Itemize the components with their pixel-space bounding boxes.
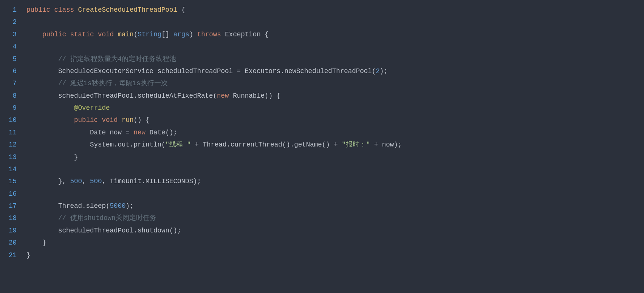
code-line: public class CreateScheduledThreadPool { xyxy=(26,4,644,16)
code-line: @Override xyxy=(26,102,644,114)
token-punct xyxy=(221,31,225,38)
code-line: // 使用shutdown关闭定时任务 xyxy=(26,212,644,224)
line-number: 7 xyxy=(0,77,18,89)
token-ident: + Thread.currentThread().getName() + xyxy=(191,141,342,148)
code-line: ScheduledExecutorService scheduledThread… xyxy=(26,65,644,77)
token-punct xyxy=(26,116,74,124)
token-kw: static xyxy=(70,31,94,38)
token-punct: (); xyxy=(166,129,178,136)
code-editor: 123456789101112131415161718192021 public… xyxy=(0,0,644,265)
token-punct: ); xyxy=(380,67,388,75)
token-punct: ); xyxy=(126,202,134,210)
token-kw: class xyxy=(54,6,74,14)
code-line xyxy=(26,188,644,200)
code-line: // 指定线程数量为4的定时任务线程池 xyxy=(26,53,644,65)
token-punct xyxy=(229,92,233,100)
code-area: public class CreateScheduledThreadPool {… xyxy=(24,4,644,261)
token-punct xyxy=(118,116,122,124)
token-num: 500 xyxy=(90,178,102,185)
token-ann: @Override xyxy=(74,104,110,112)
code-line: } xyxy=(26,249,644,261)
line-number: 2 xyxy=(0,16,18,28)
code-line: System.out.println("线程 " + Thread.curren… xyxy=(26,139,644,151)
code-line: public void run() { xyxy=(26,114,644,126)
token-punct xyxy=(94,31,98,38)
token-punct xyxy=(74,6,78,14)
line-number: 1 xyxy=(0,4,18,16)
code-line: } xyxy=(26,151,644,163)
token-method: main xyxy=(118,31,134,38)
token-kw: public xyxy=(74,116,98,124)
code-line xyxy=(26,16,644,28)
code-line: public static void main(String[] args) t… xyxy=(26,28,644,41)
token-punct xyxy=(26,129,90,136)
token-paren: ) xyxy=(189,31,194,38)
line-number: 14 xyxy=(0,163,18,175)
code-line: scheduledThreadPool.scheduleAtFixedRate(… xyxy=(26,90,644,102)
token-ident: Thread.sleep( xyxy=(58,202,110,210)
token-num: 500 xyxy=(70,178,82,185)
token-kw: void xyxy=(102,116,118,124)
token-kw: new xyxy=(217,92,229,100)
token-punct xyxy=(26,55,58,63)
token-ident: , TimeUnit.MILLISECONDS); xyxy=(102,178,201,185)
line-number: 8 xyxy=(0,90,18,102)
token-punct: [] xyxy=(161,31,173,38)
token-kw: new xyxy=(134,129,146,136)
token-punct xyxy=(146,129,150,136)
token-method: run xyxy=(122,116,134,124)
line-number: 16 xyxy=(0,188,18,200)
code-line: Date now = new Date(); xyxy=(26,126,644,139)
line-number: 12 xyxy=(0,139,18,151)
token-punct xyxy=(98,116,102,124)
code-line: // 延迟1s秒执行，每隔1s执行一次 xyxy=(26,77,644,89)
token-ident: ScheduledExecutorService scheduledThread… xyxy=(58,67,376,75)
line-number: 10 xyxy=(0,114,18,126)
token-param: args xyxy=(173,31,189,38)
line-number: 18 xyxy=(0,212,18,224)
token-ident: scheduledThreadPool.shutdown(); xyxy=(58,227,181,234)
token-num: 2 xyxy=(376,67,380,75)
token-kw: throws xyxy=(197,31,221,38)
line-number: 5 xyxy=(0,53,18,65)
token-param: String xyxy=(138,31,161,38)
code-line: scheduledThreadPool.shutdown(); xyxy=(26,224,644,237)
token-punct: , xyxy=(82,178,90,185)
token-paren: ( xyxy=(134,31,138,38)
token-punct xyxy=(26,104,74,112)
token-ident: Date xyxy=(150,129,166,136)
token-punct xyxy=(26,67,58,75)
line-number: 6 xyxy=(0,65,18,77)
code-line: Thread.sleep(5000); xyxy=(26,200,644,212)
token-punct xyxy=(114,31,118,38)
line-number: 21 xyxy=(0,249,18,261)
token-ident: Runnable xyxy=(233,92,265,100)
token-punct xyxy=(26,141,90,148)
token-punct: { xyxy=(177,6,185,14)
token-str: "线程 " xyxy=(166,141,191,148)
line-number: 11 xyxy=(0,126,18,139)
line-number: 3 xyxy=(0,28,18,41)
token-ident: + now); xyxy=(370,141,402,148)
token-comment: // 指定线程数量为4的定时任务线程池 xyxy=(58,55,176,63)
token-comment: // 使用shutdown关闭定时任务 xyxy=(58,214,156,222)
token-punct xyxy=(26,31,42,38)
token-punct: () { xyxy=(134,116,150,124)
token-punct xyxy=(26,79,58,87)
token-punct xyxy=(26,214,58,222)
token-num: 5000 xyxy=(110,202,126,210)
token-punct xyxy=(50,6,54,14)
line-number: 17 xyxy=(0,200,18,212)
token-method: CreateScheduledThreadPool xyxy=(78,6,178,14)
token-ident: System.out.println( xyxy=(90,141,166,148)
token-punct: } xyxy=(26,239,46,246)
token-punct: } xyxy=(26,251,31,259)
token-punct xyxy=(193,31,197,38)
token-ident: Exception xyxy=(225,31,261,38)
token-kw: public xyxy=(42,31,66,38)
line-number-gutter: 123456789101112131415161718192021 xyxy=(0,4,24,261)
token-punct: () { xyxy=(265,92,280,100)
token-str: "报时：" xyxy=(342,141,370,148)
token-ident: scheduledThreadPool.scheduleAtFixedRate( xyxy=(58,92,217,100)
line-number: 20 xyxy=(0,237,18,249)
